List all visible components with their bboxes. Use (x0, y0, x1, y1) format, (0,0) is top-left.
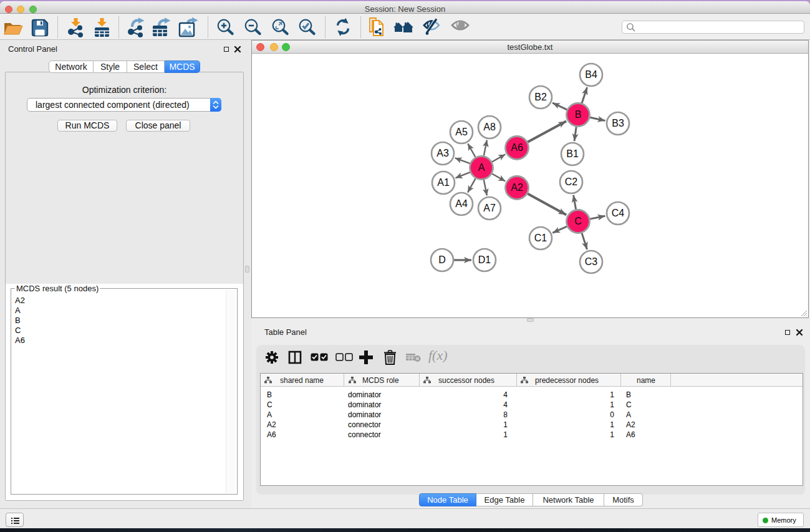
svg-text:B1: B1 (566, 148, 579, 159)
svg-text:A3: A3 (436, 148, 449, 158)
svg-text:C2: C2 (565, 177, 578, 187)
svg-text:D1: D1 (478, 254, 491, 265)
svg-text:A1: A1 (437, 177, 450, 188)
svg-text:A2: A2 (511, 182, 523, 193)
svg-text:C1: C1 (534, 233, 547, 243)
svg-text:C3: C3 (585, 256, 598, 267)
svg-text:C4: C4 (612, 208, 625, 218)
svg-text:A: A (478, 162, 485, 173)
svg-text:A5: A5 (455, 127, 468, 137)
svg-text:C: C (574, 216, 582, 226)
svg-text:A6: A6 (511, 142, 523, 153)
svg-text:B3: B3 (612, 118, 624, 128)
svg-text:D: D (438, 254, 446, 265)
svg-text:B2: B2 (534, 92, 547, 102)
svg-text:B4: B4 (585, 69, 597, 80)
svg-text:A7: A7 (483, 203, 496, 213)
svg-text:B: B (575, 109, 582, 120)
svg-text:A8: A8 (483, 122, 496, 132)
svg-text:A4: A4 (455, 198, 468, 209)
